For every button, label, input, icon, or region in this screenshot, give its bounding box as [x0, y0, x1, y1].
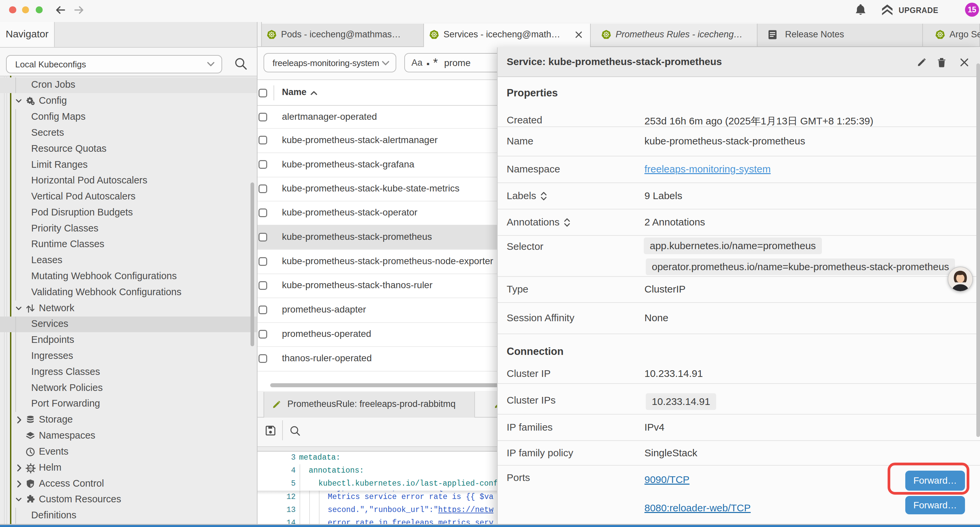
svg-text:HELM: HELM [27, 466, 34, 470]
